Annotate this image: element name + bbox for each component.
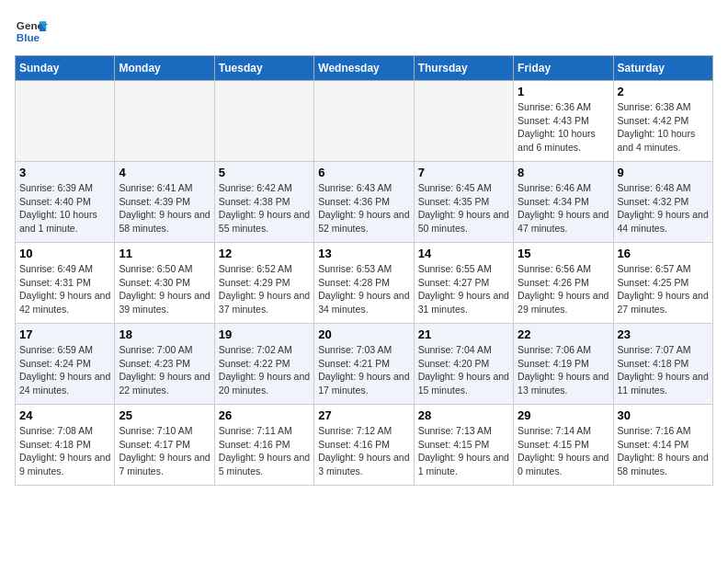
weekday-header: Wednesday <box>314 56 414 81</box>
calendar-cell: 1Sunrise: 6:36 AMSunset: 4:43 PMDaylight… <box>514 81 613 162</box>
calendar-cell: 12Sunrise: 6:52 AMSunset: 4:29 PMDayligh… <box>214 243 313 324</box>
day-info: Sunrise: 6:46 AMSunset: 4:34 PMDaylight:… <box>518 181 609 236</box>
calendar-week-row: 1Sunrise: 6:36 AMSunset: 4:43 PMDaylight… <box>16 81 713 162</box>
weekday-header: Tuesday <box>214 56 313 81</box>
day-info: Sunrise: 6:43 AMSunset: 4:36 PMDaylight:… <box>318 181 409 236</box>
calendar-cell <box>314 81 414 162</box>
calendar-cell: 29Sunrise: 7:14 AMSunset: 4:15 PMDayligh… <box>514 405 613 486</box>
day-number: 1 <box>518 85 609 98</box>
day-number: 18 <box>119 327 210 341</box>
logo: General Blue <box>15 15 48 48</box>
day-info: Sunrise: 7:13 AMSunset: 4:15 PMDaylight:… <box>418 424 509 478</box>
day-info: Sunrise: 7:14 AMSunset: 4:15 PMDaylight:… <box>518 424 609 478</box>
day-info: Sunrise: 7:03 AMSunset: 4:21 PMDaylight:… <box>318 343 409 397</box>
day-number: 22 <box>518 327 609 341</box>
calendar-cell: 13Sunrise: 6:53 AMSunset: 4:28 PMDayligh… <box>314 243 414 324</box>
day-number: 28 <box>418 408 509 422</box>
day-info: Sunrise: 7:12 AMSunset: 4:16 PMDaylight:… <box>318 424 409 478</box>
day-info: Sunrise: 6:39 AMSunset: 4:40 PMDaylight:… <box>19 181 110 236</box>
day-info: Sunrise: 7:08 AMSunset: 4:18 PMDaylight:… <box>19 424 110 478</box>
day-number: 20 <box>318 327 409 341</box>
calendar-cell: 14Sunrise: 6:55 AMSunset: 4:27 PMDayligh… <box>414 243 513 324</box>
day-number: 21 <box>418 327 509 341</box>
calendar-cell: 15Sunrise: 6:56 AMSunset: 4:26 PMDayligh… <box>514 243 613 324</box>
day-info: Sunrise: 7:07 AMSunset: 4:18 PMDaylight:… <box>618 343 709 397</box>
calendar-cell: 18Sunrise: 7:00 AMSunset: 4:23 PMDayligh… <box>115 324 214 405</box>
day-number: 8 <box>518 166 609 179</box>
calendar-week-row: 10Sunrise: 6:49 AMSunset: 4:31 PMDayligh… <box>16 243 713 324</box>
calendar-cell: 17Sunrise: 6:59 AMSunset: 4:24 PMDayligh… <box>16 324 115 405</box>
calendar-cell: 5Sunrise: 6:42 AMSunset: 4:38 PMDaylight… <box>214 162 313 243</box>
day-number: 29 <box>518 408 609 422</box>
calendar-cell: 22Sunrise: 7:06 AMSunset: 4:19 PMDayligh… <box>514 324 613 405</box>
calendar-cell: 27Sunrise: 7:12 AMSunset: 4:16 PMDayligh… <box>314 405 414 486</box>
day-number: 11 <box>119 247 210 260</box>
calendar-cell: 8Sunrise: 6:46 AMSunset: 4:34 PMDaylight… <box>514 162 613 243</box>
day-info: Sunrise: 7:04 AMSunset: 4:20 PMDaylight:… <box>418 343 509 397</box>
day-info: Sunrise: 7:00 AMSunset: 4:23 PMDaylight:… <box>119 343 210 397</box>
day-info: Sunrise: 6:55 AMSunset: 4:27 PMDaylight:… <box>418 262 509 316</box>
day-number: 6 <box>318 166 409 179</box>
day-number: 3 <box>19 166 110 179</box>
day-info: Sunrise: 7:02 AMSunset: 4:22 PMDaylight:… <box>219 343 310 397</box>
calendar-week-row: 3Sunrise: 6:39 AMSunset: 4:40 PMDaylight… <box>16 162 713 243</box>
weekday-header: Saturday <box>613 56 712 81</box>
calendar-cell: 4Sunrise: 6:41 AMSunset: 4:39 PMDaylight… <box>115 162 214 243</box>
day-info: Sunrise: 6:48 AMSunset: 4:32 PMDaylight:… <box>618 181 709 236</box>
day-number: 19 <box>219 327 310 341</box>
day-info: Sunrise: 6:57 AMSunset: 4:25 PMDaylight:… <box>618 262 709 316</box>
calendar-cell: 26Sunrise: 7:11 AMSunset: 4:16 PMDayligh… <box>214 405 313 486</box>
calendar-cell: 28Sunrise: 7:13 AMSunset: 4:15 PMDayligh… <box>414 405 513 486</box>
day-info: Sunrise: 6:49 AMSunset: 4:31 PMDaylight:… <box>19 262 110 316</box>
calendar-cell <box>414 81 513 162</box>
day-number: 23 <box>618 327 709 341</box>
day-number: 24 <box>19 408 110 422</box>
calendar-cell: 21Sunrise: 7:04 AMSunset: 4:20 PMDayligh… <box>414 324 513 405</box>
calendar-week-row: 17Sunrise: 6:59 AMSunset: 4:24 PMDayligh… <box>16 324 713 405</box>
calendar-cell: 10Sunrise: 6:49 AMSunset: 4:31 PMDayligh… <box>16 243 115 324</box>
calendar-table: SundayMondayTuesdayWednesdayThursdayFrid… <box>15 55 713 486</box>
calendar-cell: 6Sunrise: 6:43 AMSunset: 4:36 PMDaylight… <box>314 162 414 243</box>
day-number: 27 <box>318 408 409 422</box>
day-info: Sunrise: 6:38 AMSunset: 4:42 PMDaylight:… <box>618 100 709 155</box>
calendar-cell: 25Sunrise: 7:10 AMSunset: 4:17 PMDayligh… <box>115 405 214 486</box>
day-info: Sunrise: 7:10 AMSunset: 4:17 PMDaylight:… <box>119 424 210 478</box>
calendar-cell <box>16 81 115 162</box>
calendar-cell: 23Sunrise: 7:07 AMSunset: 4:18 PMDayligh… <box>613 324 712 405</box>
calendar-cell: 30Sunrise: 7:16 AMSunset: 4:14 PMDayligh… <box>613 405 712 486</box>
weekday-header: Friday <box>514 56 613 81</box>
day-info: Sunrise: 6:41 AMSunset: 4:39 PMDaylight:… <box>119 181 210 236</box>
day-info: Sunrise: 6:45 AMSunset: 4:35 PMDaylight:… <box>418 181 509 236</box>
calendar-cell <box>214 81 313 162</box>
day-number: 13 <box>318 247 409 260</box>
day-info: Sunrise: 6:50 AMSunset: 4:30 PMDaylight:… <box>119 262 210 316</box>
day-number: 4 <box>119 166 210 179</box>
day-info: Sunrise: 7:11 AMSunset: 4:16 PMDaylight:… <box>219 424 310 478</box>
day-number: 5 <box>219 166 310 179</box>
day-info: Sunrise: 6:59 AMSunset: 4:24 PMDaylight:… <box>19 343 110 397</box>
weekday-header: Sunday <box>16 56 115 81</box>
day-number: 10 <box>19 247 110 260</box>
logo-icon: General Blue <box>15 15 48 48</box>
day-number: 30 <box>618 408 709 422</box>
day-number: 14 <box>418 247 509 260</box>
day-number: 9 <box>618 166 709 179</box>
calendar-header-row: SundayMondayTuesdayWednesdayThursdayFrid… <box>16 56 713 81</box>
weekday-header: Monday <box>115 56 214 81</box>
day-info: Sunrise: 7:06 AMSunset: 4:19 PMDaylight:… <box>518 343 609 397</box>
calendar-cell: 19Sunrise: 7:02 AMSunset: 4:22 PMDayligh… <box>214 324 313 405</box>
calendar-cell: 7Sunrise: 6:45 AMSunset: 4:35 PMDaylight… <box>414 162 513 243</box>
day-info: Sunrise: 7:16 AMSunset: 4:14 PMDaylight:… <box>618 424 709 478</box>
day-number: 15 <box>518 247 609 260</box>
weekday-header: Thursday <box>414 56 513 81</box>
day-info: Sunrise: 6:42 AMSunset: 4:38 PMDaylight:… <box>219 181 310 236</box>
day-number: 17 <box>19 327 110 341</box>
calendar-cell: 9Sunrise: 6:48 AMSunset: 4:32 PMDaylight… <box>613 162 712 243</box>
calendar-cell: 20Sunrise: 7:03 AMSunset: 4:21 PMDayligh… <box>314 324 414 405</box>
svg-text:Blue: Blue <box>17 31 40 43</box>
day-info: Sunrise: 6:53 AMSunset: 4:28 PMDaylight:… <box>318 262 409 316</box>
calendar-cell: 24Sunrise: 7:08 AMSunset: 4:18 PMDayligh… <box>16 405 115 486</box>
calendar-cell: 16Sunrise: 6:57 AMSunset: 4:25 PMDayligh… <box>613 243 712 324</box>
page-header: General Blue <box>15 15 713 48</box>
day-number: 26 <box>219 408 310 422</box>
